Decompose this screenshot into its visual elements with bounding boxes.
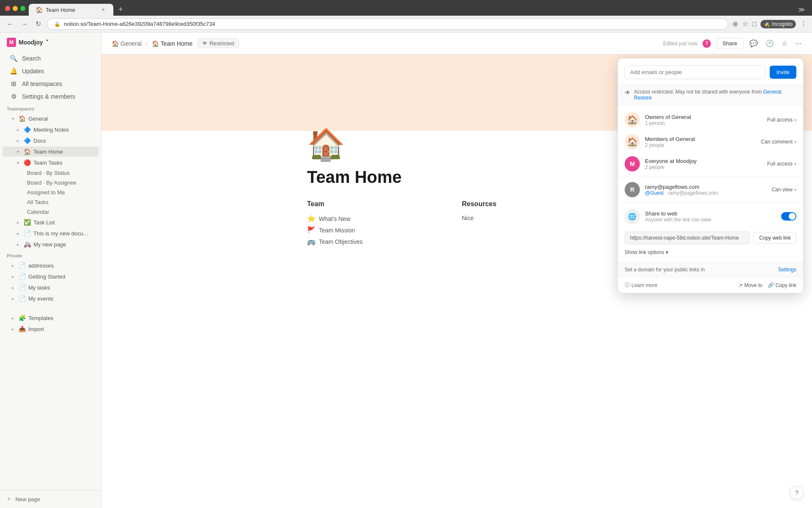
- invite-btn[interactable]: Invite: [770, 66, 796, 79]
- sidebar-item-meeting-notes[interactable]: ▸ 🔷 Meeting Notes: [3, 124, 99, 135]
- breadcrumb-general[interactable]: 🏠 General: [110, 39, 143, 48]
- new-document-icon: 📄: [24, 230, 31, 237]
- owners-avatar: 🏠: [625, 112, 640, 127]
- workspace-selector[interactable]: M Moodjoy ˅: [7, 38, 49, 47]
- sidebar-item-board-by-status[interactable]: Board · By Status: [3, 168, 99, 177]
- board-by-assignee-label: Board · By Assignee: [27, 179, 77, 186]
- comment-icon[interactable]: 💬: [748, 38, 760, 49]
- board-by-status-label: Board · By Status: [27, 170, 70, 176]
- sidebar-item-import[interactable]: ▸ 📥 Import: [3, 324, 99, 334]
- sidebar-item-settings[interactable]: ⚙ Settings & members: [3, 91, 99, 102]
- sidebar-item-docs[interactable]: ▸ 🔷 Docs: [3, 135, 99, 146]
- members-access[interactable]: Can comment ▾: [761, 139, 796, 145]
- meeting-notes-icon: 🔷: [24, 126, 31, 133]
- back-btn[interactable]: ←: [5, 19, 15, 30]
- workspace-icon: M: [7, 38, 16, 47]
- share-people-list: 🏠 Owners of General 1 person Full access…: [618, 105, 803, 262]
- sidebar-item-templates[interactable]: ▸ 🧩 Templates: [3, 313, 99, 323]
- sidebar-item-assigned-to-me[interactable]: Assigned to Me: [3, 188, 99, 197]
- ramy-access[interactable]: Can view ▾: [772, 187, 796, 193]
- page-link-team-mission[interactable]: 🚩 Team Mission: [307, 224, 452, 236]
- ramy-access-chevron: ▾: [794, 188, 796, 192]
- sidebar-item-calendar[interactable]: Calendar: [3, 207, 99, 216]
- everyone-access[interactable]: Full access ▾: [767, 161, 796, 167]
- window-close-btn[interactable]: [5, 6, 10, 11]
- cast-icon[interactable]: ⊗: [732, 20, 738, 28]
- sidebar-item-my-new-page[interactable]: ▸ 🚑 My new page: [3, 239, 99, 249]
- browser-more-btn[interactable]: ⋮: [800, 20, 807, 28]
- favorite-icon[interactable]: ☆: [780, 38, 789, 49]
- bookmark-icon[interactable]: ☆: [742, 20, 748, 28]
- sidebar-item-getting-started[interactable]: ▸ 📄 Getting Started: [3, 271, 99, 282]
- tab-more[interactable]: ≫: [798, 6, 807, 14]
- more-options-icon[interactable]: ⋯: [793, 38, 804, 49]
- page-link-team-objectives[interactable]: 🚌 Team Objectives: [307, 236, 452, 247]
- ramy-sub: @Guest · ramy@pageflows.com: [645, 190, 767, 196]
- templates-label: Templates: [28, 315, 92, 321]
- extensions-icon[interactable]: □: [752, 20, 757, 28]
- meeting-notes-label: Meeting Notes: [33, 127, 92, 133]
- warning-link[interactable]: General: [763, 89, 781, 95]
- learn-more-btn[interactable]: ⓘ Learn more: [625, 282, 657, 289]
- history-icon[interactable]: 🕐: [764, 38, 776, 49]
- new-document-label: This is my new document: [33, 230, 92, 237]
- browser-tab[interactable]: 🏠 Team Home ×: [29, 4, 113, 16]
- show-link-options[interactable]: Show link options ▾: [618, 248, 803, 259]
- move-to-btn[interactable]: ↗ Move to: [738, 282, 763, 288]
- new-document-toggle: ▸: [14, 230, 21, 237]
- breadcrumb-current-page[interactable]: 🏠 Team Home: [150, 39, 194, 48]
- import-icon: 📥: [19, 326, 26, 332]
- whats-new-icon: ⭐: [307, 215, 315, 223]
- copy-link-footer-btn[interactable]: 🔗 Copy link: [768, 282, 796, 288]
- sidebar-item-my-tasks[interactable]: ▸ 📄 My tasks: [3, 282, 99, 293]
- help-button[interactable]: ?: [790, 486, 804, 500]
- restricted-badge[interactable]: 👁 Restricted: [198, 39, 239, 48]
- owners-sub: 1 person: [645, 120, 762, 126]
- sidebar-item-addresses[interactable]: ▸ 📄 addresses: [3, 260, 99, 271]
- sidebar-item-general[interactable]: ▾ 🏠 General: [3, 113, 99, 124]
- sidebar-item-task-list[interactable]: ▸ ✅ Task List: [3, 217, 99, 227]
- sidebar-item-new-document[interactable]: ▸ 📄 This is my new document: [3, 228, 99, 238]
- share-settings-row: Set a domain for your public links in Se…: [618, 262, 803, 277]
- task-list-label: Task List: [33, 219, 92, 226]
- share-link-input[interactable]: [625, 232, 750, 244]
- window-min-btn[interactable]: [13, 6, 18, 11]
- new-page-plus-icon: +: [7, 495, 11, 504]
- team-column: Team ⭐ What's New 🚩 Team Mission 🚌 Team …: [307, 200, 452, 247]
- settings-link[interactable]: Settings: [778, 267, 796, 273]
- new-tab-btn[interactable]: +: [115, 3, 126, 16]
- docs-label: Docs: [33, 138, 92, 144]
- owners-name: Owners of General: [645, 114, 762, 120]
- warning-icon: 👁: [625, 89, 631, 96]
- members-name: Members of General: [645, 136, 756, 142]
- person-row-ramy: R ramy@pageflows.com @Guest · ramy@pagef…: [618, 179, 803, 201]
- sidebar-item-search[interactable]: 🔍 Search: [3, 52, 99, 64]
- my-tasks-icon: 📄: [19, 284, 26, 291]
- sidebar-item-all-teamspaces[interactable]: ⊞ All teamspaces: [3, 78, 99, 90]
- sidebar-item-updates[interactable]: 🔔 Updates: [3, 65, 99, 77]
- sidebar-item-team-tasks[interactable]: ▾ 🔴 Team Tasks: [3, 157, 99, 168]
- team-mission-label: Team Mission: [319, 227, 355, 234]
- address-field[interactable]: 🔒 notion.so/Team-Home-a626e39209a748798e…: [47, 18, 728, 30]
- copy-link-btn[interactable]: Copy web link: [754, 232, 796, 244]
- sidebar-item-all-tasks[interactable]: All Tasks: [3, 198, 99, 207]
- whats-new-label: What's New: [319, 215, 350, 222]
- new-page-btn[interactable]: + New page: [0, 491, 101, 508]
- page-link-whats-new[interactable]: ⭐ What's New: [307, 213, 452, 224]
- sidebar-item-team-home[interactable]: ▾ 🏠 Team Home: [3, 146, 99, 157]
- all-teamspaces-label: All teamspaces: [22, 80, 62, 87]
- window-max-btn[interactable]: [20, 6, 25, 11]
- sidebar-item-my-events[interactable]: ▸ 📄 My events: [3, 293, 99, 304]
- refresh-btn[interactable]: ↻: [34, 18, 43, 30]
- owners-access[interactable]: Full access ▾: [767, 117, 796, 123]
- share-web-icon: 🌐: [625, 209, 640, 224]
- share-button[interactable]: Share: [716, 38, 743, 49]
- invite-input[interactable]: [625, 65, 765, 79]
- sidebar-item-board-by-assignee[interactable]: Board · By Assignee: [3, 178, 99, 187]
- team-home-label: Team Home: [33, 149, 92, 155]
- restore-link[interactable]: Restore: [634, 95, 783, 101]
- tab-close-btn[interactable]: ×: [100, 6, 107, 13]
- person-row-members: 🏠 Members of General 2 people Can commen…: [618, 131, 803, 153]
- share-web-toggle[interactable]: [781, 212, 796, 221]
- forward-btn[interactable]: →: [19, 19, 30, 30]
